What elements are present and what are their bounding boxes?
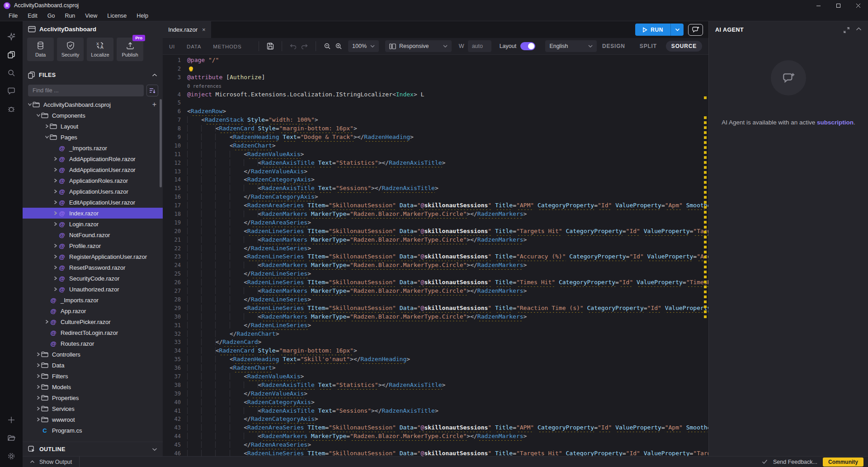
tree-item-applicationroles-razor[interactable]: @ApplicationRoles.razor <box>23 175 163 186</box>
chevron-down-icon[interactable] <box>36 113 41 118</box>
files-section-header[interactable]: FILES <box>23 68 163 82</box>
tree-item-index-razor[interactable]: @Index.razor <box>23 208 163 219</box>
show-output-button[interactable]: Show Output <box>23 457 80 467</box>
settings-gear-icon[interactable] <box>4 447 19 465</box>
tree-item-notfound-razor[interactable]: @NotFound.razor <box>23 229 163 240</box>
minimize-button[interactable] <box>808 0 828 11</box>
tree-item-components[interactable]: Components <box>23 110 163 121</box>
expand-icon[interactable] <box>844 27 849 33</box>
code-editor[interactable]: 1@page "/"23@attribute [Authorize]0 refe… <box>163 55 708 456</box>
width-input[interactable] <box>468 40 491 52</box>
chevron-right-icon[interactable] <box>53 211 58 216</box>
tree-item-unauthorized-razor[interactable]: @Unauthorized.razor <box>23 284 163 295</box>
files-collapse-icon[interactable] <box>152 73 157 77</box>
tree-sort-button[interactable] <box>146 85 158 96</box>
redo-icon[interactable] <box>299 40 310 52</box>
codelens-references[interactable]: 0 references <box>187 83 222 89</box>
find-file-input[interactable] <box>28 85 144 96</box>
subscription-link[interactable]: subscription <box>817 119 854 126</box>
chevron-right-icon[interactable] <box>36 417 41 422</box>
save-icon[interactable] <box>264 40 276 52</box>
maximize-button[interactable] <box>828 0 848 11</box>
chevron-right-icon[interactable] <box>53 222 58 227</box>
tree-item-culturepicker-razor[interactable]: @CulturePicker.razor <box>23 316 163 327</box>
tree-item-wwwroot[interactable]: wwwroot <box>23 414 163 425</box>
tree-item-registerapplicationuser-razor[interactable]: @RegisterApplicationUser.razor <box>23 251 163 262</box>
outline-section-header[interactable]: OUTLINE <box>23 442 163 456</box>
tree-item-models[interactable]: Models <box>23 381 163 392</box>
chevron-right-icon[interactable] <box>53 287 58 292</box>
files-icon[interactable] <box>4 46 19 64</box>
tree-item-addapplicationuser-razor[interactable]: @AddApplicationUser.razor <box>23 164 163 175</box>
chevron-right-icon[interactable] <box>53 200 58 205</box>
chevron-right-icon[interactable] <box>53 265 58 270</box>
zoom-in-icon[interactable] <box>333 40 344 52</box>
tree-item-routes-razor[interactable]: @Routes.razor <box>23 338 163 349</box>
mode-design[interactable]: DESIGN <box>597 41 631 52</box>
menu-item-edit[interactable]: Edit <box>23 11 42 20</box>
chevron-right-icon[interactable] <box>36 406 41 411</box>
tree-item-program-cs[interactable]: CProgram.cs <box>23 425 163 436</box>
language-select[interactable]: English <box>545 40 597 52</box>
localize-button[interactable]: XALocalize <box>87 38 113 61</box>
tree-item-login-razor[interactable]: @Login.razor <box>23 219 163 229</box>
tree-item--imports-razor[interactable]: @_Imports.razor <box>23 295 163 305</box>
chevron-right-icon[interactable] <box>53 189 58 194</box>
tree-item-resetpassword-razor[interactable]: @ResetPassword.razor <box>23 262 163 273</box>
undo-icon[interactable] <box>288 40 299 52</box>
chevron-right-icon[interactable] <box>36 396 41 400</box>
editor-tab-data[interactable]: DATA <box>187 44 201 49</box>
chevron-right-icon[interactable] <box>53 243 58 248</box>
tree-item-redirecttologin-razor[interactable]: @RedirectToLogin.razor <box>23 327 163 338</box>
send-feedback-button[interactable]: Send Feedback... <box>773 459 817 465</box>
community-badge[interactable]: Community <box>823 457 863 467</box>
zoom-out-icon[interactable] <box>321 40 333 52</box>
feedback-icon[interactable] <box>4 82 19 100</box>
open-folder-icon[interactable] <box>4 429 19 447</box>
tree-item-controllers[interactable]: Controllers <box>23 349 163 360</box>
tab-index-razor[interactable]: Index.razor × <box>163 21 211 38</box>
menu-item-help[interactable]: Help <box>132 11 153 20</box>
chevron-right-icon[interactable] <box>53 167 58 172</box>
tree-item-pages[interactable]: Pages <box>23 132 163 143</box>
tree-item-data[interactable]: Data <box>23 360 163 371</box>
menu-item-run[interactable]: Run <box>60 11 80 20</box>
data-button[interactable]: Data <box>27 38 54 61</box>
tree-item-properties[interactable]: Properties <box>23 392 163 403</box>
chevron-right-icon[interactable] <box>44 124 49 129</box>
outline-collapse-icon[interactable] <box>152 448 157 451</box>
tree-item-layout[interactable]: Layout <box>23 121 163 132</box>
tab-close-icon[interactable]: × <box>202 26 206 33</box>
chevron-right-icon[interactable] <box>36 352 41 357</box>
new-project-icon[interactable] <box>4 28 19 46</box>
chevron-right-icon[interactable] <box>36 363 41 368</box>
editor-tab-methods[interactable]: METHODS <box>213 44 241 49</box>
close-button[interactable] <box>848 0 868 11</box>
zoom-level-select[interactable]: 100% <box>348 40 379 52</box>
lightbulb-icon[interactable] <box>189 67 193 71</box>
add-file-icon[interactable]: + <box>152 100 156 109</box>
debug-icon[interactable] <box>4 100 19 118</box>
ai-chat-button[interactable] <box>688 24 703 36</box>
menu-item-go[interactable]: Go <box>42 11 60 20</box>
mode-source[interactable]: SOURCE <box>666 41 702 52</box>
tree-item-services[interactable]: Services <box>23 403 163 414</box>
chevron-right-icon[interactable] <box>53 254 58 259</box>
chevron-right-icon[interactable] <box>53 276 58 281</box>
add-icon[interactable] <box>4 411 19 429</box>
run-button[interactable]: RUN <box>635 24 670 36</box>
chevron-right-icon[interactable] <box>53 178 58 183</box>
publish-button[interactable]: PublishPro <box>117 38 143 61</box>
menu-item-view[interactable]: View <box>80 11 102 20</box>
editor-tab-ui[interactable]: UI <box>169 44 175 49</box>
menu-item-file[interactable]: File <box>4 11 23 20</box>
menu-item-license[interactable]: License <box>102 11 132 20</box>
chevron-down-icon[interactable] <box>44 135 49 140</box>
tree-item--imports-razor[interactable]: @_Imports.razor <box>23 143 163 153</box>
tree-item-editapplicationuser-razor[interactable]: @EditApplicationUser.razor <box>23 197 163 208</box>
tree-item-app-razor[interactable]: @App.razor <box>23 305 163 316</box>
tree-item-applicationusers-razor[interactable]: @ApplicationUsers.razor <box>23 186 163 197</box>
search-icon[interactable] <box>4 64 19 82</box>
run-dropdown-button[interactable] <box>670 24 684 36</box>
layout-toggle[interactable] <box>520 42 535 50</box>
